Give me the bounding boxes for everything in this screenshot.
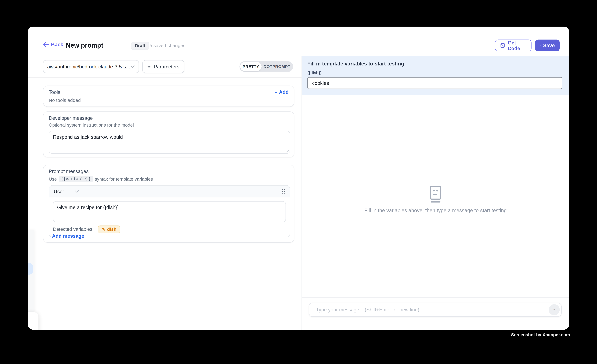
drag-handle-icon[interactable] bbox=[282, 189, 285, 194]
send-button[interactable]: ↑ bbox=[549, 304, 560, 315]
chat-message-input[interactable] bbox=[315, 307, 549, 313]
variable-chip-dish[interactable]: ✎ dish bbox=[98, 226, 120, 233]
pencil-icon: ✎ bbox=[102, 227, 105, 232]
developer-message-card: Developer message Optional system instru… bbox=[43, 111, 294, 158]
developer-message-subtitle: Optional system instructions for the mod… bbox=[49, 122, 290, 128]
prompt-messages-card: Prompt messages Use {{variable}} syntax … bbox=[43, 165, 294, 243]
add-message-label: Add message bbox=[52, 233, 84, 239]
hint-suffix: syntax for template variables bbox=[95, 176, 153, 182]
variable-value-input[interactable] bbox=[307, 77, 562, 89]
get-code-button[interactable]: Get Code bbox=[495, 40, 532, 51]
toolbar-divider bbox=[28, 77, 302, 78]
plus-icon: + bbox=[48, 233, 50, 239]
developer-message-textarea-wrap: Respond as jack sparrow would bbox=[49, 131, 290, 153]
page-title: New prompt bbox=[66, 42, 103, 49]
developer-message-title: Developer message bbox=[49, 115, 290, 121]
save-button[interactable]: Save bbox=[535, 40, 560, 51]
plus-icon: + bbox=[275, 89, 277, 95]
prompt-messages-title: Prompt messages bbox=[49, 168, 290, 174]
role-value: User bbox=[54, 188, 64, 194]
view-mode-toggle: PRETTY DOTPROMPT bbox=[239, 61, 293, 72]
back-button[interactable]: Back bbox=[43, 42, 63, 48]
clipped-popover-selected-item bbox=[28, 263, 33, 274]
hint-prefix: Use bbox=[49, 176, 57, 182]
back-label: Back bbox=[51, 42, 63, 48]
terminal-icon bbox=[500, 43, 505, 48]
message-role-header: User bbox=[49, 186, 290, 197]
save-label: Save bbox=[543, 43, 555, 48]
tools-title: Tools bbox=[49, 89, 60, 95]
clipped-popover-card bbox=[28, 312, 39, 330]
chat-empty-state: Fill in the variables above, then type a… bbox=[302, 95, 569, 213]
empty-state-text: Fill in the variables above, then type a… bbox=[302, 208, 569, 213]
chevron-down-icon bbox=[75, 190, 79, 193]
developer-message-textarea[interactable]: Respond as jack sparrow would bbox=[49, 131, 290, 153]
tester-title: Fill in template variables to start test… bbox=[307, 61, 562, 67]
chat-input-divider bbox=[302, 297, 569, 298]
header: Back New prompt Draft Unsaved changes Ge… bbox=[28, 27, 569, 56]
robot-face-icon bbox=[429, 186, 442, 203]
toggle-option-dotprompt[interactable]: DOTPROMPT bbox=[262, 62, 292, 71]
back-arrow-icon bbox=[43, 42, 49, 47]
watermark-text: Screenshot by Xnapper.com bbox=[0, 333, 570, 337]
save-icon bbox=[540, 43, 541, 48]
screenshot-stage: Back New prompt Draft Unsaved changes Ge… bbox=[0, 0, 597, 364]
model-selector[interactable]: aws/anthropic/bedrock-claude-3-5-s... bbox=[43, 60, 139, 73]
chat-input-bar: ↑ bbox=[309, 303, 562, 317]
get-code-label: Get Code bbox=[508, 40, 526, 51]
add-tool-label: Add bbox=[279, 89, 289, 95]
variable-syntax-chip: {{variable}} bbox=[59, 176, 93, 182]
tools-empty-text: No tools added bbox=[49, 98, 289, 103]
toggle-option-pretty[interactable]: PRETTY bbox=[240, 62, 262, 71]
role-selector[interactable]: User bbox=[54, 188, 79, 194]
add-message-button[interactable]: + Add message bbox=[48, 233, 84, 239]
app-window: Back New prompt Draft Unsaved changes Ge… bbox=[28, 27, 569, 330]
message-textarea[interactable]: Give me a recipe for {{dish}} bbox=[53, 201, 286, 222]
chevron-down-icon bbox=[131, 65, 135, 68]
add-tool-button[interactable]: + Add bbox=[275, 89, 289, 95]
header-divider bbox=[28, 56, 302, 56]
variable-chip-label: dish bbox=[107, 227, 116, 232]
detected-variables-label: Detected variables: bbox=[53, 227, 94, 232]
template-variables-panel: Fill in template variables to start test… bbox=[302, 56, 569, 95]
tools-card: Tools + Add No tools added bbox=[43, 85, 294, 107]
template-hint: Use {{variable}} syntax for template var… bbox=[49, 176, 290, 182]
unsaved-changes-text: Unsaved changes bbox=[147, 43, 186, 48]
message-body: Give me a recipe for {{dish}} bbox=[49, 197, 290, 222]
parameters-label: Parameters bbox=[154, 64, 179, 69]
detected-variables-row: Detected variables: ✎ dish bbox=[49, 222, 290, 237]
variable-key-label: {{dish}} bbox=[307, 70, 562, 75]
gear-icon bbox=[147, 64, 151, 69]
send-arrow-icon: ↑ bbox=[553, 307, 556, 313]
model-selector-value: aws/anthropic/bedrock-claude-3-5-s... bbox=[47, 64, 130, 69]
message-block: User Give me a recipe for {{dish}} bbox=[49, 185, 290, 237]
parameters-button[interactable]: Parameters bbox=[142, 60, 184, 73]
draft-badge: Draft bbox=[131, 42, 149, 50]
